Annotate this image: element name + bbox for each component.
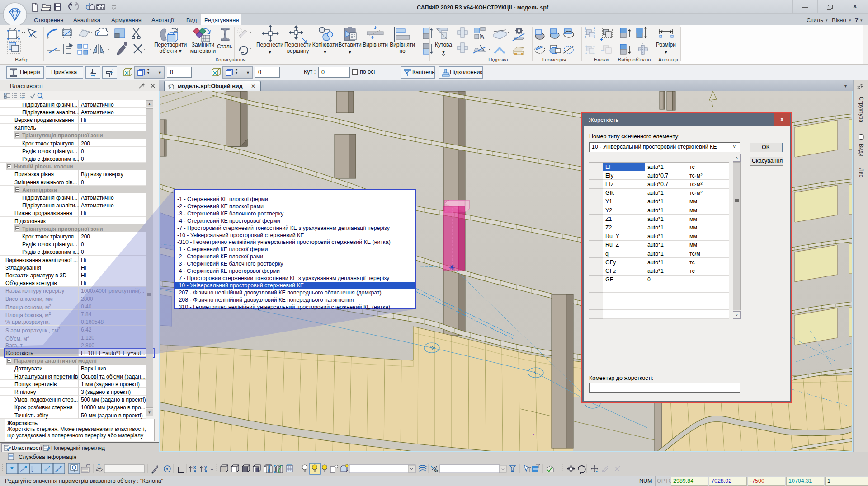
svg-text:y: y xyxy=(204,465,207,470)
svg-text:№: № xyxy=(434,468,438,473)
svg-text:x: x xyxy=(193,465,196,470)
svg-text:A: A xyxy=(480,33,485,40)
